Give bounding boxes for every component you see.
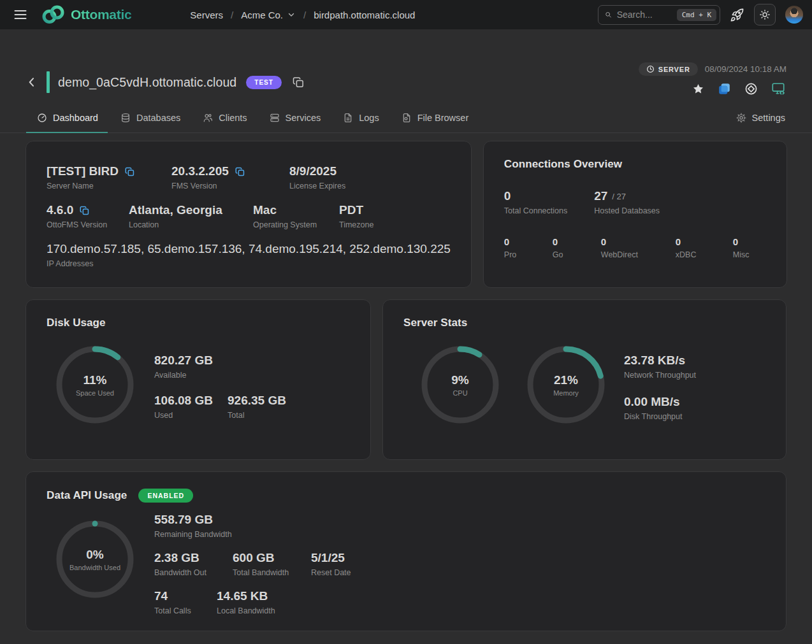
go-connections-stat: 0 Go	[553, 236, 584, 259]
fms-version-stat: 20.3.2.205 FMS Version	[171, 164, 289, 190]
breadcrumb-separator: /	[223, 10, 241, 20]
disk-used-stat: 106.08 GB Used	[154, 394, 228, 420]
ottomatic-logo-icon	[41, 4, 66, 25]
copy-ottofms-version-icon[interactable]	[80, 206, 89, 215]
database-icon	[120, 113, 131, 123]
title-accent-bar	[47, 71, 50, 93]
cpu-percent-value: 9%	[451, 373, 468, 387]
server-stats-title: Server Stats	[403, 317, 765, 329]
favorite-star-icon[interactable]	[692, 83, 704, 95]
disk-percent-label: Space Used	[76, 389, 114, 397]
memory-percent-value: 21%	[554, 373, 578, 387]
disk-throughput-stat: 0.00 MB/s Disk Throughput	[624, 395, 696, 421]
gauge-icon	[37, 113, 47, 123]
network-throughput-stat: 23.78 KB/s Network Throughput	[624, 354, 696, 380]
file-icon	[402, 113, 412, 123]
license-expires-stat: 8/9/2025 License Expires	[289, 164, 345, 190]
webdirect-connections-stat: 0 WebDirect	[601, 236, 659, 259]
server-info-card: [TEST] BIRD Server Name 20.3.2.205	[25, 141, 472, 288]
connections-overview-card: Connections Overview 0 Total Connections…	[483, 141, 787, 288]
tab-databases[interactable]: Databases	[119, 113, 182, 132]
disk-usage-card: Disk Usage 11% Space Used 820.27 GB A	[25, 299, 371, 460]
breadcrumb-server[interactable]: birdpath.ottomatic.cloud	[314, 10, 415, 20]
remaining-bandwidth-stat: 558.79 GB Remaining Bandwidth	[154, 513, 232, 539]
cpu-donut: 9% CPU	[420, 345, 500, 425]
copy-title-icon[interactable]	[293, 76, 304, 88]
misc-connections-stat: 0 Misc	[733, 236, 750, 259]
pro-connections-stat: 0 Pro	[504, 236, 536, 259]
breadcrumb-servers[interactable]: Servers	[190, 10, 223, 20]
connections-title: Connections Overview	[504, 158, 766, 171]
reset-date-stat: 5/1/25 Reset Date	[311, 551, 384, 577]
operating-system-stat: Mac Operating System	[253, 203, 339, 229]
tab-logs[interactable]: Logs	[342, 113, 380, 132]
data-api-title: Data API Usage	[47, 489, 127, 502]
web-console-icon[interactable]	[771, 82, 785, 96]
clock-icon	[646, 65, 655, 73]
search-field[interactable]	[617, 10, 672, 20]
bandwidth-out-stat: 2.38 GB Bandwidth Out	[154, 551, 228, 577]
disk-usage-donut: 11% Space Used	[55, 345, 135, 425]
total-connections-stat: 0 Total Connections	[504, 189, 567, 215]
tab-clients[interactable]: Clients	[201, 113, 248, 132]
memory-donut: 21% Memory	[526, 345, 606, 425]
ottomatic-logo[interactable]: Ottomatic	[41, 4, 131, 25]
admin-console-icon[interactable]	[744, 82, 758, 96]
top-navbar: Ottomatic Servers / Acme Co. / birdpath.…	[0, 0, 812, 29]
enabled-badge: ENABLED	[138, 489, 193, 503]
bandwidth-percent-label: Bandwidth Used	[69, 564, 120, 571]
test-badge: TEST	[246, 76, 282, 89]
search-icon	[605, 10, 612, 20]
theme-toggle-sun-icon[interactable]	[754, 4, 776, 25]
xdbc-connections-stat: 0 xDBC	[676, 236, 716, 259]
disk-percent-value: 11%	[83, 373, 107, 387]
ip-addresses-stat: 170.demo.57.185, 65.demo.157.136, 74.dem…	[47, 242, 451, 268]
server-stats-card: Server Stats 9% CPU	[382, 299, 787, 460]
ottofms-version-stat: 4.6.0 OttoFMS Version	[47, 203, 129, 229]
back-chevron-icon[interactable]	[25, 76, 38, 89]
server-type-badge: SERVER	[639, 62, 698, 76]
filemaker-server-icon[interactable]	[718, 82, 731, 96]
bandwidth-percent-value: 0%	[86, 548, 103, 562]
gear-icon	[736, 113, 746, 123]
breadcrumb-separator: /	[296, 10, 314, 20]
server-page-header: demo_0aC5vdH.ottomatic.cloud TEST SERVER…	[25, 62, 787, 96]
data-api-usage-card: Data API Usage ENABLED 0% Bandwidth Used	[25, 471, 787, 631]
server-name-stat: [TEST] BIRD Server Name	[47, 164, 171, 190]
disk-total-stat: 926.35 GB Total	[228, 394, 301, 420]
server-timestamp: 08/09/2024 10:18 AM	[705, 64, 787, 74]
local-bandwidth-stat: 14.65 KB Local Bandwidth	[217, 589, 290, 615]
total-bandwidth-stat: 600 GB Total Bandwidth	[233, 551, 306, 577]
server-icon	[270, 113, 280, 123]
disk-usage-title: Disk Usage	[47, 317, 350, 329]
hosted-databases-stat: 27 / 27 Hosted Databases	[594, 189, 660, 215]
breadcrumb-organization[interactable]: Acme Co.	[241, 10, 296, 20]
copy-server-name-icon[interactable]	[125, 167, 134, 176]
server-tabbar: Dashboard Databases Clients Services	[0, 113, 812, 133]
rocket-icon[interactable]	[730, 8, 744, 22]
users-icon	[203, 113, 213, 123]
logo-wordmark: Ottomatic	[71, 7, 131, 22]
search-shortcut-badge: Cmd + K	[677, 9, 716, 21]
memory-percent-label: Memory	[553, 389, 579, 397]
tab-services[interactable]: Services	[268, 113, 323, 132]
page-title: demo_0aC5vdH.ottomatic.cloud	[58, 75, 236, 90]
navbar-actions: Cmd + K	[598, 4, 803, 25]
tab-file-browser[interactable]: File Browser	[400, 113, 470, 132]
hamburger-menu-icon[interactable]	[11, 6, 29, 24]
timezone-stat: PDT Timezone	[339, 203, 373, 229]
chevron-down-icon	[287, 10, 296, 19]
file-text-icon	[343, 113, 353, 123]
total-calls-stat: 74 Total Calls	[154, 589, 212, 615]
location-stat: Atlanta, Georgia Location	[129, 203, 253, 229]
disk-available-stat: 820.27 GB Available	[154, 354, 301, 380]
copy-fms-version-icon[interactable]	[235, 167, 245, 176]
breadcrumb: Servers / Acme Co. / birdpath.ottomatic.…	[190, 10, 415, 20]
user-avatar[interactable]	[785, 6, 803, 24]
tab-dashboard[interactable]: Dashboard	[36, 113, 99, 132]
tab-settings[interactable]: Settings	[735, 113, 787, 132]
bandwidth-donut: 0% Bandwidth Used	[55, 519, 135, 599]
search-input[interactable]: Cmd + K	[598, 5, 720, 25]
cpu-percent-label: CPU	[453, 389, 467, 397]
